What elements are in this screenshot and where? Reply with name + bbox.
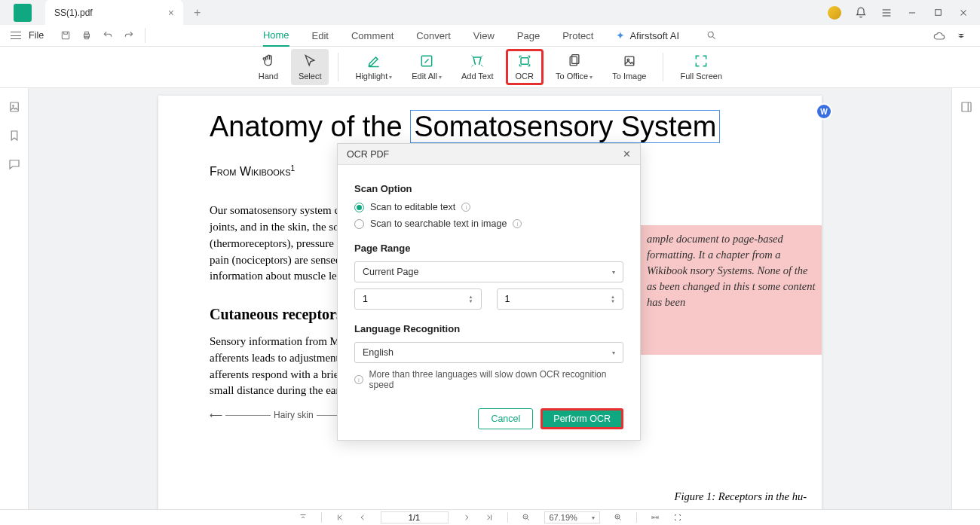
addtext-button[interactable]: Add Text xyxy=(454,49,501,85)
close-icon[interactable]: × xyxy=(168,7,174,19)
comment-icon[interactable] xyxy=(8,157,21,171)
scan-option-label: Scan Option xyxy=(354,183,623,194)
editall-button[interactable]: Edit All▾ xyxy=(404,49,449,85)
fullscreen-icon xyxy=(694,53,709,69)
radio-editable[interactable]: Scan to editable text i xyxy=(354,202,623,212)
svg-rect-22 xyxy=(962,102,971,111)
tab-protect[interactable]: Protect xyxy=(562,26,593,46)
hand-button[interactable]: Hand xyxy=(250,49,286,85)
menu-bar: File Home Edit Comment Convert View Page… xyxy=(0,25,980,47)
spinner-icon[interactable]: ▲▼ xyxy=(611,295,615,304)
separator xyxy=(663,53,663,81)
page-input[interactable] xyxy=(381,511,449,523)
window-controls xyxy=(828,6,980,20)
thumbnails-icon[interactable] xyxy=(8,100,21,114)
file-group: File xyxy=(0,25,54,46)
cloud-icon[interactable] xyxy=(933,30,944,41)
maximize-icon[interactable] xyxy=(932,7,944,19)
language-hint: i More than three languages will slow do… xyxy=(354,369,623,390)
info-icon: i xyxy=(354,375,363,384)
avatar[interactable] xyxy=(828,6,841,20)
zoom-out-icon[interactable] xyxy=(522,513,531,522)
toimage-button[interactable]: To Image xyxy=(605,49,654,85)
burger-icon[interactable] xyxy=(11,32,21,39)
close-icon[interactable]: ✕ xyxy=(623,148,631,160)
add-tab-icon[interactable]: + xyxy=(194,6,201,20)
scroll-top-icon[interactable] xyxy=(299,513,308,522)
page-range-label: Page Range xyxy=(354,243,623,254)
document-tab[interactable]: SS(1).pdf × xyxy=(45,0,183,25)
document-title: Anatomy of the Somatosensory System xyxy=(210,111,770,143)
fit-page-icon[interactable] xyxy=(673,513,682,522)
ocr-button[interactable]: OCR xyxy=(506,49,544,85)
word-badge-icon[interactable]: W xyxy=(816,103,832,120)
language-select[interactable]: English ▾ xyxy=(354,342,623,363)
image-icon xyxy=(622,53,637,69)
print-icon[interactable] xyxy=(81,30,92,41)
svg-rect-7 xyxy=(62,32,69,38)
radio-searchable[interactable]: Scan to searchable text in image i xyxy=(354,218,623,229)
toolbar: Hand Select Highlight▾ Edit All▾ Add Tex… xyxy=(0,47,980,88)
svg-line-29 xyxy=(527,519,528,520)
bookmark-icon[interactable] xyxy=(8,129,21,142)
fullscreen-button[interactable]: Full Screen xyxy=(672,49,730,85)
edit-icon xyxy=(419,53,434,69)
tab-home[interactable]: Home xyxy=(263,25,289,47)
info-icon[interactable]: i xyxy=(513,219,522,228)
hand-icon xyxy=(261,53,276,69)
zoom-select[interactable]: 67.19%▾ xyxy=(544,511,600,523)
radio-icon xyxy=(354,219,364,229)
dialog-title: OCR PDF xyxy=(347,149,389,160)
ocr-icon xyxy=(517,53,532,69)
tab-comment[interactable]: Comment xyxy=(351,26,394,46)
undo-icon[interactable] xyxy=(103,30,113,41)
tab-view[interactable]: View xyxy=(473,26,495,46)
sparkle-icon: ✦ xyxy=(616,29,625,41)
prev-page-icon[interactable] xyxy=(358,513,367,522)
chevron-down-icon: ▾ xyxy=(612,349,615,356)
cursor-icon xyxy=(302,53,317,69)
info-icon[interactable]: i xyxy=(461,203,470,212)
menu-icon[interactable] xyxy=(880,7,893,19)
svg-rect-15 xyxy=(521,58,528,64)
perform-ocr-button[interactable]: Perform OCR xyxy=(541,408,623,429)
svg-rect-18 xyxy=(625,56,634,66)
tab-convert[interactable]: Convert xyxy=(416,26,451,46)
more-icon[interactable] xyxy=(956,30,966,41)
page-range-select[interactable]: Current Page ▾ xyxy=(354,261,623,282)
text-icon xyxy=(470,53,485,69)
close-window-icon[interactable] xyxy=(957,7,969,19)
select-button[interactable]: Select xyxy=(291,49,329,85)
minimize-icon[interactable] xyxy=(906,7,918,19)
highlight-button[interactable]: Highlight▾ xyxy=(348,49,400,85)
search-icon[interactable] xyxy=(706,30,717,41)
spinner-icon[interactable]: ▲▼ xyxy=(469,295,473,304)
cancel-button[interactable]: Cancel xyxy=(478,408,533,429)
first-page-icon[interactable] xyxy=(335,513,345,522)
panel-icon[interactable] xyxy=(960,100,973,114)
ai-button[interactable]: ✦Afirstsoft AI xyxy=(616,29,679,41)
dialog-title-bar: OCR PDF ✕ xyxy=(338,144,640,165)
quick-actions xyxy=(60,28,145,43)
save-icon[interactable] xyxy=(60,30,71,41)
separator xyxy=(338,53,338,81)
svg-rect-17 xyxy=(571,55,578,64)
nav-tabs: Home Edit Comment Convert View Page Prot… xyxy=(263,25,717,47)
tooffice-button[interactable]: To Office▾ xyxy=(548,49,600,85)
bell-icon[interactable] xyxy=(855,7,867,19)
fit-width-icon[interactable] xyxy=(651,513,660,522)
page-from-input[interactable]: 1 ▲▼ xyxy=(354,288,482,310)
highlight-icon xyxy=(366,53,381,69)
tab-page[interactable]: Page xyxy=(517,26,540,46)
next-page-icon[interactable] xyxy=(462,513,471,522)
zoom-in-icon[interactable] xyxy=(614,513,623,522)
tab-label: SS(1).pdf xyxy=(54,8,93,18)
file-menu[interactable]: File xyxy=(29,30,44,41)
last-page-icon[interactable] xyxy=(485,513,494,522)
page-to-input[interactable]: 1 ▲▼ xyxy=(497,288,624,310)
tab-edit[interactable]: Edit xyxy=(312,26,329,46)
title-bar: SS(1).pdf × + xyxy=(0,0,980,25)
figure-1-label: Figure 1: Receptors in the hu- xyxy=(675,490,807,503)
svg-rect-10 xyxy=(85,36,89,39)
redo-icon[interactable] xyxy=(124,30,134,41)
